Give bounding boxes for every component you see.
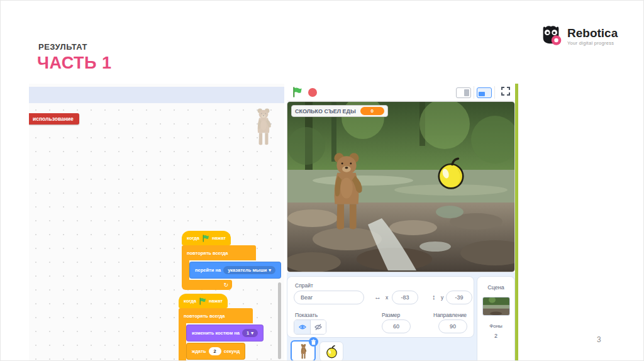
block-wait[interactable]: ждать 2 секунд: [186, 343, 245, 360]
variable-value: 0: [360, 107, 384, 115]
hide-sprite-button[interactable]: [310, 320, 326, 334]
forever-spine: [182, 260, 189, 280]
backdrop-thumbnail[interactable]: [482, 297, 510, 316]
block-label: секунд: [224, 348, 240, 354]
show-label: Показать: [295, 312, 318, 318]
sprite-watermark-bear-icon: [250, 106, 277, 149]
direction-input[interactable]: 90: [438, 319, 467, 333]
fullscreen-button[interactable]: [501, 87, 510, 98]
slide: РЕЗУЛЬТАТ ЧАСТЬ 1 Rebotica Your digital …: [0, 0, 644, 361]
page-title: ЧАСТЬ 1: [37, 53, 112, 73]
direction-label: Направление: [433, 312, 467, 318]
chevron-down-icon: ▾: [251, 330, 253, 336]
block-label: изменить костюм на: [192, 330, 240, 336]
brand-name: Rebotica: [567, 27, 618, 39]
goto-target-dropdown[interactable]: указатель мыши ▾: [223, 266, 275, 274]
x-input[interactable]: -83: [392, 291, 418, 304]
block-label: перейти на: [195, 267, 221, 273]
small-stage-button[interactable]: [456, 87, 471, 98]
block-when-flag-clicked[interactable]: когда нажат: [179, 294, 228, 308]
divider: [494, 86, 495, 99]
slide-kicker: РЕЗУЛЬТАТ: [38, 42, 87, 52]
block-label: повторять всегда: [187, 250, 228, 256]
accent-line: [515, 84, 518, 361]
backdrops-count: 2: [477, 333, 514, 339]
scratch-screenshot: использование когда нажат повторять всег…: [29, 84, 515, 361]
bear-sprite[interactable]: [319, 147, 374, 234]
show-sprite-button[interactable]: [294, 320, 310, 334]
brand-tagline: Your digital progress: [567, 40, 618, 46]
apple-sprite[interactable]: [435, 156, 467, 190]
scene-title: Сцена: [477, 284, 514, 291]
block-label: повторять всегда: [184, 313, 225, 319]
block-label: нажат: [209, 298, 223, 304]
sprite-thumbnail-apple[interactable]: [319, 342, 343, 361]
script-costume: когда нажат повторять всегда изменить ко…: [179, 294, 264, 361]
y-label: y: [441, 294, 443, 301]
delete-sprite-button[interactable]: [309, 337, 318, 347]
scene-panel[interactable]: Сцена Фоны 2: [477, 276, 515, 361]
sprite-info-panel: Спрайт Bear ↔ x -83 ↕ y -39 Показать: [287, 276, 474, 338]
block-label: когда: [184, 298, 196, 304]
block-switch-costume[interactable]: изменить костюм на 1 ▾: [186, 325, 264, 342]
y-axis-icon: ↕: [432, 293, 436, 301]
wait-seconds-input[interactable]: 2: [209, 347, 221, 355]
variable-display[interactable]: СКОЛЬКО СЪЕЛ ЕДЫ 0: [291, 105, 388, 117]
block-label: ждать: [192, 348, 206, 354]
block-forever[interactable]: повторять всегда: [182, 245, 256, 260]
code-scrollbar[interactable]: [278, 282, 281, 359]
brand-logo: Rebotica Your digital progress: [539, 23, 618, 49]
block-when-flag-clicked[interactable]: когда нажат: [182, 231, 231, 245]
costume-dropdown[interactable]: 1 ▾: [242, 329, 258, 337]
page-number: 3: [597, 335, 601, 344]
owl-logo-icon: [539, 23, 563, 49]
green-flag-icon: [199, 297, 206, 305]
block-label: нажат: [212, 235, 226, 241]
backdrops-label: Фоны: [477, 323, 514, 329]
sprite-area: Спрайт Bear ↔ x -83 ↕ y -39 Показать: [287, 272, 515, 361]
palette-strip: [29, 87, 284, 103]
stage-column: СКОЛЬКО СЪЕЛ ЕДЫ 0 Спрайт Bear ↔ x -83: [287, 84, 515, 361]
y-input[interactable]: -39: [446, 291, 472, 304]
green-flag-icon: [202, 235, 209, 242]
size-input[interactable]: 60: [382, 319, 411, 333]
stage-toolbar: [287, 84, 515, 101]
x-axis-icon: ↔: [374, 293, 381, 301]
large-stage-button[interactable]: [477, 87, 492, 98]
sprite-thumbnail-bear[interactable]: [291, 340, 316, 361]
forever-spine: [179, 323, 186, 361]
variable-name: СКОЛЬКО СЪЕЛ ЕДЫ: [295, 108, 356, 114]
size-label: Размер: [382, 312, 400, 318]
stop-button[interactable]: [308, 88, 317, 97]
dropdown-value: указатель мыши: [228, 267, 267, 273]
dropdown-value: 1: [247, 330, 249, 336]
divider: [474, 86, 474, 99]
block-forever[interactable]: повторять всегда: [179, 308, 253, 323]
script-move: когда нажат повторять всегда перейти на …: [182, 231, 281, 290]
chevron-down-icon: ▾: [269, 267, 271, 273]
x-label: x: [386, 294, 388, 301]
stage[interactable]: СКОЛЬКО СЪЕЛ ЕДЫ 0: [287, 101, 515, 272]
forever-bottom[interactable]: ↻: [182, 280, 232, 290]
block-goto-mouse[interactable]: перейти на указатель мыши ▾: [189, 262, 281, 279]
block-label: когда: [187, 235, 199, 241]
green-flag-button[interactable]: [292, 87, 303, 97]
sprite-name-input[interactable]: Bear: [294, 291, 364, 304]
loop-icon: ↻: [223, 282, 228, 288]
sprite-title-label: Спрайт: [295, 282, 313, 289]
reuse-button[interactable]: использование: [29, 113, 79, 125]
code-area: использование когда нажат повторять всег…: [29, 84, 284, 361]
